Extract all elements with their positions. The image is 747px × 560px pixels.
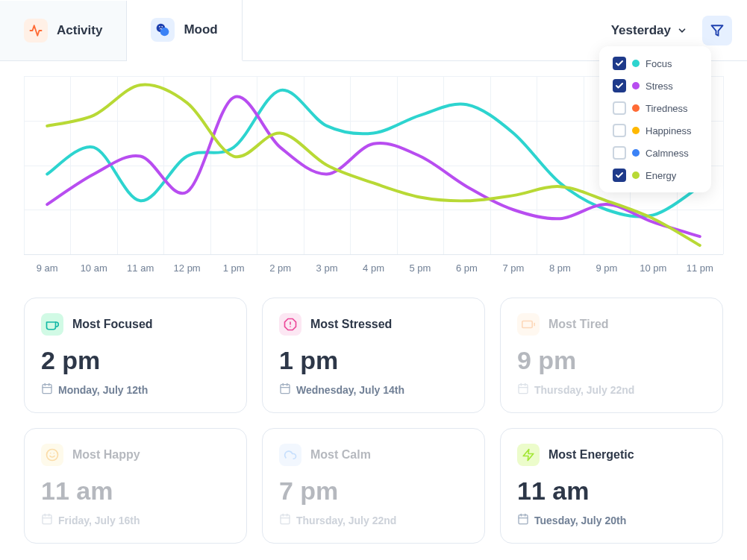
smile-icon (41, 444, 63, 466)
card-title: Most Energetic (548, 448, 634, 462)
card-date: Monday, July 12th (58, 384, 148, 396)
card-title: Most Focused (72, 318, 153, 331)
svg-rect-11 (281, 385, 290, 394)
card-date: Thursday, July 22nd (296, 515, 396, 526)
card-title: Most Tired (548, 318, 609, 331)
tab-activity[interactable]: Activity (0, 1, 127, 60)
card-time: 11 am (41, 476, 230, 506)
summary-card[interactable]: Most Energetic11 amTuesday, July 20th (500, 428, 723, 544)
card-time: 7 pm (279, 476, 468, 506)
card-title: Most Calm (310, 448, 371, 462)
filter-button[interactable] (702, 16, 732, 45)
x-axis-label: 7 pm (490, 262, 537, 274)
card-time: 2 pm (41, 346, 230, 375)
x-axis-label: 9 am (24, 262, 70, 274)
legend-label: Focus (646, 58, 672, 69)
legend-label: Energy (646, 170, 676, 181)
tab-activity-label: Activity (57, 23, 102, 38)
x-axis-label: 2 pm (257, 262, 303, 274)
chevron-down-icon (677, 25, 687, 36)
svg-rect-15 (522, 321, 533, 328)
card-time: 11 am (517, 476, 706, 506)
card-date: Thursday, July 22nd (534, 384, 634, 396)
summary-cards: Most Focused2 pmMonday, July 12thMost St… (0, 289, 747, 559)
x-axis-label: 1 pm (210, 262, 257, 274)
card-time: 1 pm (279, 346, 468, 375)
calendar-icon (279, 513, 291, 528)
card-date: Friday, July 16th (58, 515, 140, 526)
svg-rect-17 (519, 385, 528, 394)
legend-checkbox[interactable] (613, 169, 626, 182)
x-axis-label: 9 pm (584, 262, 630, 274)
summary-card[interactable]: Most Calm7 pmThursday, July 22nd (262, 428, 485, 544)
calendar-icon (517, 383, 529, 397)
alert-icon (279, 313, 301, 336)
legend-item-tiredness[interactable]: Tiredness (613, 101, 698, 115)
date-selector[interactable]: Yesterday (596, 23, 702, 38)
card-date: Wednesday, July 14th (296, 384, 404, 396)
svg-rect-5 (43, 385, 51, 394)
legend-dot (632, 127, 640, 134)
card-title: Most Stressed (310, 318, 392, 331)
card-date: Tuesday, July 20th (534, 515, 626, 526)
x-axis-label: 5 pm (397, 262, 443, 274)
summary-card[interactable]: Most Focused2 pmMonday, July 12th (24, 298, 247, 413)
tab-mood-label: Mood (184, 22, 217, 37)
legend-item-calmness[interactable]: Calmness (613, 146, 698, 160)
svg-marker-4 (712, 25, 723, 36)
x-axis: 9 am10 am11 am12 pm1 pm2 pm3 pm4 pm5 pm6… (24, 255, 723, 281)
legend-label: Stress (646, 81, 673, 92)
card-title: Most Happy (72, 448, 140, 462)
svg-point-21 (47, 450, 58, 461)
card-time: 9 pm (517, 346, 706, 375)
x-axis-label: 8 pm (537, 262, 583, 274)
svg-rect-28 (281, 515, 290, 524)
legend-item-focus[interactable]: Focus (613, 57, 698, 70)
activity-icon (24, 19, 48, 43)
summary-card[interactable]: Most Stressed1 pmWednesday, July 14th (262, 298, 485, 413)
legend-label: Calmness (646, 148, 689, 159)
svg-rect-24 (43, 515, 51, 524)
svg-rect-33 (519, 515, 528, 524)
legend-checkbox[interactable] (613, 57, 626, 70)
cloud-icon (279, 444, 301, 466)
calendar-icon (517, 513, 529, 528)
x-axis-label: 4 pm (350, 262, 396, 274)
coffee-icon (41, 313, 63, 336)
filter-icon (710, 24, 724, 37)
bolt-icon (517, 444, 540, 466)
battery-icon (517, 313, 540, 336)
tab-mood[interactable]: Mood (127, 0, 242, 61)
svg-point-3 (162, 26, 163, 28)
legend-item-stress[interactable]: Stress (613, 79, 698, 92)
legend-label: Tiredness (646, 103, 688, 114)
legend-dot (632, 82, 640, 89)
x-axis-label: 10 am (70, 262, 116, 274)
legend-checkbox[interactable] (613, 146, 626, 160)
x-axis-label: 11 am (117, 262, 163, 274)
legend-dot (632, 172, 640, 179)
legend-dot (632, 60, 640, 67)
legend-label: Happiness (646, 125, 691, 136)
svg-marker-32 (523, 450, 534, 461)
legend-checkbox[interactable] (613, 101, 626, 115)
legend-dot (632, 149, 640, 157)
summary-card[interactable]: Most Tired9 pmThursday, July 22nd (500, 298, 723, 413)
x-axis-label: 10 pm (630, 262, 676, 274)
x-axis-label: 11 pm (677, 262, 723, 274)
mood-icon (151, 18, 175, 42)
legend-item-energy[interactable]: Energy (613, 169, 698, 182)
date-selector-label: Yesterday (611, 23, 671, 38)
calendar-icon (41, 513, 53, 528)
legend-checkbox[interactable] (613, 79, 626, 92)
legend-item-happiness[interactable]: Happiness (613, 124, 698, 137)
legend-panel: FocusStressTirednessHappinessCalmnessEne… (599, 46, 711, 192)
legend-checkbox[interactable] (613, 124, 626, 137)
calendar-icon (41, 383, 53, 397)
summary-card[interactable]: Most Happy11 amFriday, July 16th (24, 428, 247, 544)
legend-dot (632, 104, 640, 112)
calendar-icon (279, 383, 291, 397)
x-axis-label: 3 pm (304, 262, 350, 274)
svg-point-2 (159, 26, 160, 28)
x-axis-label: 12 pm (163, 262, 210, 274)
